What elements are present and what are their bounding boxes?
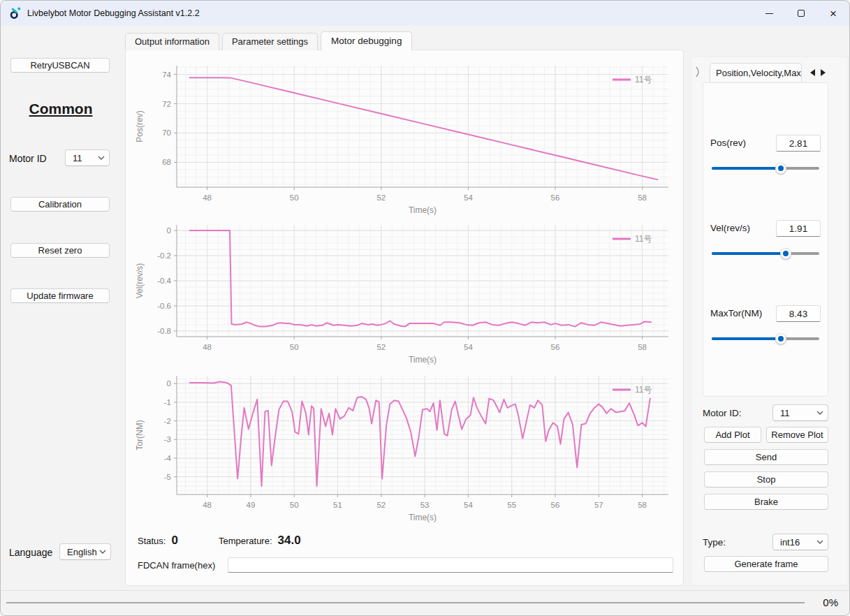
vel-slider[interactable] [712, 248, 819, 259]
stop-button[interactable]: Stop [704, 471, 828, 487]
svg-text:-0.2: -0.2 [157, 251, 171, 260]
svg-text:-5: -5 [164, 473, 171, 481]
svg-text:-0.8: -0.8 [157, 327, 171, 335]
app-logo-icon [9, 7, 22, 20]
motor-id-select[interactable]: 11 [65, 149, 110, 166]
fdcan-row: FDCAN frame(hex) [138, 557, 673, 573]
tab-parameter-settings[interactable]: Parameter settings [222, 33, 318, 50]
chevron-down-icon [99, 550, 106, 554]
arrow-left-icon [810, 69, 816, 76]
svg-text:Vel(rev/s): Vel(rev/s) [135, 263, 145, 299]
svg-text:56: 56 [551, 193, 560, 202]
temperature-label: Temperature: [219, 536, 272, 546]
velocity-chart: 4850525456580-0.2-0.4-0.6-0.8Time(s)Vel(… [132, 218, 678, 366]
left-sidebar: RetryUSBCAN Common Motor ID 11 Calibrati… [1, 26, 121, 590]
send-button[interactable]: Send [704, 449, 828, 465]
svg-text:-0.6: -0.6 [157, 302, 171, 310]
chevron-down-icon [816, 540, 823, 544]
svg-text:-3: -3 [164, 435, 171, 443]
svg-text:Time(s): Time(s) [409, 205, 437, 215]
maxtor-label: MaxTor(NM) [710, 308, 762, 318]
charts-panel: 48505254565868707274Time(s)Pos(rev)11号 4… [125, 50, 684, 586]
svg-text:50: 50 [290, 343, 299, 351]
type-selected-value: int16 [780, 537, 816, 548]
svg-text:58: 58 [638, 501, 647, 509]
app-window: { "window": { "title": "Livbelybot Motor… [0, 0, 850, 616]
svg-text:50: 50 [290, 501, 299, 509]
maxtor-slider-track[interactable] [712, 337, 819, 340]
tab-output-information[interactable]: Output information [125, 33, 219, 50]
svg-text:54: 54 [464, 193, 473, 202]
calibration-button[interactable]: Calibration [10, 197, 110, 212]
panel-motor-id-label: Motor ID: [703, 408, 742, 418]
svg-text:Pos(rev): Pos(rev) [135, 110, 145, 142]
tab-motor-debugging[interactable]: Motor debugging [321, 31, 412, 50]
add-plot-button[interactable]: Add Plot [704, 427, 761, 443]
chevron-down-icon [816, 411, 823, 415]
pos-slider[interactable] [712, 163, 819, 174]
close-button[interactable]: × [817, 1, 849, 26]
brake-button[interactable]: Brake [704, 494, 828, 510]
splitter-handle-icon[interactable] [695, 66, 702, 81]
svg-text:Tor(NM): Tor(NM) [135, 420, 145, 450]
control-panel-tab[interactable]: Position,Velocity,Max [710, 63, 802, 82]
progress-bar [6, 602, 805, 603]
minimize-icon [765, 13, 773, 14]
pos-slider-thumb[interactable] [775, 163, 786, 174]
svg-text:51: 51 [333, 501, 342, 509]
svg-text:48: 48 [203, 193, 212, 202]
maxtor-value-input[interactable]: 8.43 [776, 305, 821, 322]
status-label: Status: [138, 536, 166, 546]
motor-id-selected-value: 11 [73, 153, 98, 163]
chevron-down-icon [98, 156, 105, 160]
motor-id-label: Motor ID [9, 153, 47, 164]
svg-text:55: 55 [507, 501, 516, 509]
type-select[interactable]: int16 [772, 534, 828, 550]
pos-value-input[interactable]: 2.81 [776, 135, 821, 152]
tab-scroll-left-button[interactable] [808, 65, 817, 80]
svg-text:Time(s): Time(s) [409, 355, 437, 365]
svg-text:68: 68 [162, 158, 171, 166]
svg-text:-1: -1 [164, 398, 171, 406]
maxtor-slider[interactable] [712, 333, 819, 344]
svg-text:56: 56 [551, 343, 560, 351]
window-title: Livbelybot Motor Debugging Assistant v1.… [27, 8, 200, 18]
pos-label: Pos(rev) [710, 138, 746, 148]
panel-motor-id-select[interactable]: 11 [772, 404, 828, 421]
pos-slider-track[interactable] [712, 167, 819, 170]
language-select[interactable]: English [59, 543, 111, 560]
maximize-icon [798, 10, 805, 17]
maximize-button[interactable] [785, 1, 817, 26]
tab-scroll-right-button[interactable] [818, 65, 827, 80]
svg-text:48: 48 [203, 501, 212, 509]
svg-text:49: 49 [247, 501, 256, 509]
svg-text:54: 54 [464, 501, 473, 509]
main-tab-bar: Output information Parameter settings Mo… [125, 32, 412, 50]
minimize-button[interactable] [753, 1, 785, 26]
fdcan-frame-input[interactable] [228, 557, 673, 573]
remove-plot-button[interactable]: Remove Plot [766, 427, 828, 443]
svg-text:-4: -4 [164, 454, 172, 462]
vel-slider-track[interactable] [712, 252, 819, 255]
reset-zero-button[interactable]: Reset zero [10, 243, 110, 258]
update-firmware-button[interactable]: Update firmware [10, 288, 110, 303]
fdcan-frame-label: FDCAN frame(hex) [138, 560, 215, 571]
maxtor-slider-thumb[interactable] [775, 333, 786, 344]
svg-text:52: 52 [376, 501, 386, 509]
svg-text:57: 57 [594, 501, 603, 509]
panel-motor-id-selected-value: 11 [780, 408, 816, 418]
common-section-title: Common [1, 101, 121, 117]
svg-text:74: 74 [162, 71, 171, 79]
vel-value-input[interactable]: 1.91 [776, 220, 821, 237]
status-row: Status: 0 Temperature: 34.0 [138, 534, 301, 548]
vel-slider-thumb[interactable] [780, 248, 791, 259]
generate-frame-button[interactable]: Generate frame [704, 556, 828, 572]
control-panel: Position,Velocity,Max Pos(rev) 2.81 Vel(… [691, 57, 849, 586]
close-icon: × [830, 8, 837, 20]
svg-text:58: 58 [638, 193, 647, 202]
svg-text:0: 0 [167, 226, 171, 235]
svg-text:0: 0 [167, 379, 171, 388]
temperature-value: 34.0 [278, 534, 301, 548]
language-label: Language [9, 547, 52, 558]
retry-usbcan-button[interactable]: RetryUSBCAN [10, 58, 110, 73]
